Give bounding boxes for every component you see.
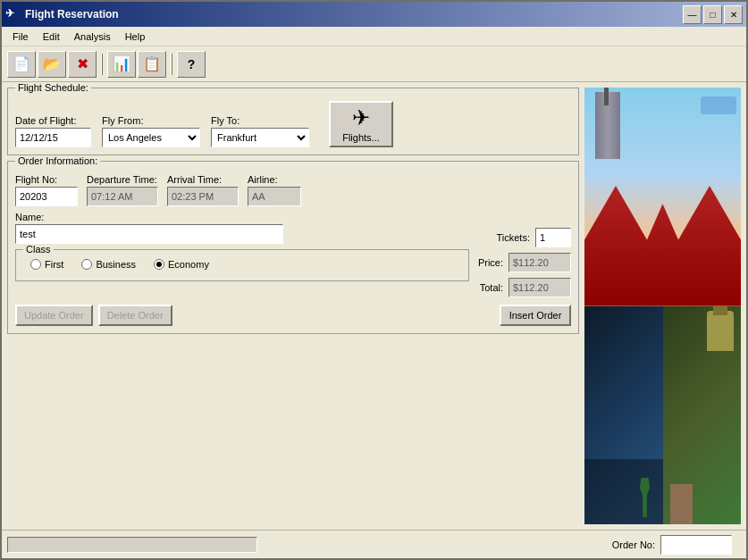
flight-schedule-group: Flight Schedule: Date of Flight: Fly Fro… xyxy=(7,88,579,155)
price-label: Price: xyxy=(478,257,503,268)
arrival-time-label: Arrival Time: xyxy=(167,174,239,185)
departure-time-label: Departure Time: xyxy=(87,174,158,185)
order-no-label: Order No: xyxy=(612,539,655,550)
toolbar-separator xyxy=(101,54,103,75)
fly-to-group: Fly To: Frankfurt London Paris Tokyo Syd… xyxy=(211,115,309,147)
arrival-time-input[interactable] xyxy=(167,187,239,206)
name-group: Name: xyxy=(15,212,469,244)
date-of-flight-group: Date of Flight: xyxy=(15,115,91,147)
image-panel xyxy=(584,88,741,524)
name-label: Name: xyxy=(15,212,469,222)
collage-bottom xyxy=(584,306,741,525)
order-no-input[interactable] xyxy=(660,535,732,555)
flight-no-input[interactable] xyxy=(15,187,78,206)
name-input[interactable] xyxy=(15,224,283,244)
flight-no-label: Flight No: xyxy=(15,174,78,185)
report-button[interactable]: 📋 xyxy=(138,51,166,78)
open-button[interactable]: 📂 xyxy=(38,51,66,78)
order-row-1: Flight No: Departure Time: Arrival Time:… xyxy=(15,174,571,206)
title-controls: — □ ✕ xyxy=(683,5,743,24)
total-row: Total: xyxy=(480,278,571,297)
status-bar: Order No: xyxy=(2,530,746,558)
radio-economy-label: Economy xyxy=(168,259,209,270)
toolbar: 📄 📂 ✖ 📊 📋 ? xyxy=(2,46,746,82)
fly-to-label: Fly To: xyxy=(211,115,309,126)
radio-circle-economy xyxy=(154,259,164,270)
collage-bottom-left xyxy=(584,306,663,525)
delete-button[interactable]: ✖ xyxy=(68,51,97,78)
title-bar: ✈ Flight Reservation — □ ✕ xyxy=(2,2,746,27)
radio-first-label: First xyxy=(45,259,63,270)
close-button[interactable]: ✕ xyxy=(724,5,743,24)
departure-time-input[interactable] xyxy=(87,187,158,206)
airline-group: Airline: xyxy=(248,174,301,206)
fly-from-select[interactable]: Los Angeles New York Chicago Dallas Miam… xyxy=(102,128,200,147)
radio-first[interactable]: First xyxy=(30,259,63,270)
menu-file[interactable]: File xyxy=(5,29,36,44)
insert-order-button[interactable]: Insert Order xyxy=(500,305,571,326)
flights-button[interactable]: ✈ Flights... xyxy=(329,101,393,147)
menu-bar: File Edit Analysis Help xyxy=(2,27,746,46)
order-no-section: Order No: xyxy=(612,535,732,555)
class-group: Class First Business xyxy=(15,249,469,281)
tickets-row: Tickets: xyxy=(497,228,572,247)
fly-to-select[interactable]: Frankfurt London Paris Tokyo Sydney xyxy=(211,128,309,147)
menu-edit[interactable]: Edit xyxy=(36,29,67,44)
flights-button-label: Flights... xyxy=(342,132,380,143)
collage-top xyxy=(584,88,741,306)
travel-collage xyxy=(584,88,741,524)
tickets-label: Tickets: xyxy=(497,232,531,243)
radio-economy[interactable]: Economy xyxy=(154,259,209,270)
fly-from-label: Fly From: xyxy=(102,115,200,126)
menu-analysis[interactable]: Analysis xyxy=(67,29,118,44)
action-buttons: Update Order Delete Order Insert Order xyxy=(15,305,571,326)
left-panel: Flight Schedule: Date of Flight: Fly Fro… xyxy=(7,88,579,524)
arrival-time-group: Arrival Time: xyxy=(167,174,239,206)
app-icon: ✈ xyxy=(5,7,20,21)
tickets-input[interactable] xyxy=(535,228,571,247)
radio-business[interactable]: Business xyxy=(81,259,136,270)
update-order-button[interactable]: Update Order xyxy=(15,305,93,326)
radio-business-label: Business xyxy=(96,259,136,270)
main-window: ✈ Flight Reservation — □ ✕ File Edit Ana… xyxy=(0,0,748,560)
fly-from-group: Fly From: Los Angeles New York Chicago D… xyxy=(102,115,200,147)
flight-schedule-label: Flight Schedule: xyxy=(15,82,91,93)
date-of-flight-input[interactable] xyxy=(15,128,91,147)
radio-circle-business xyxy=(81,259,92,270)
departure-time-group: Departure Time: xyxy=(87,174,158,206)
airline-input[interactable] xyxy=(248,187,301,206)
order-information-group: Order Information: Flight No: Departure … xyxy=(7,161,579,334)
pricing-section: Tickets: Price: Total: xyxy=(478,228,571,297)
collage-bottom-right xyxy=(663,306,742,525)
flights-plane-icon: ✈ xyxy=(352,105,370,130)
delete-order-button[interactable]: Delete Order xyxy=(98,305,172,326)
flight-schedule-content: Date of Flight: Fly From: Los Angeles Ne… xyxy=(15,101,571,147)
flight-no-group: Flight No: xyxy=(15,174,78,206)
total-label: Total: xyxy=(480,282,503,293)
new-button[interactable]: 📄 xyxy=(7,51,36,78)
radio-dot-economy xyxy=(156,262,162,267)
radio-circle-first xyxy=(30,259,41,270)
class-group-label: Class xyxy=(23,244,54,255)
menu-help[interactable]: Help xyxy=(118,29,153,44)
price-row: Price: xyxy=(478,253,571,272)
maximize-button[interactable]: □ xyxy=(703,5,722,24)
minimize-button[interactable]: — xyxy=(683,5,702,24)
toolbar-separator-2 xyxy=(171,54,172,75)
total-input[interactable] xyxy=(508,278,571,297)
status-progress-bar xyxy=(7,537,257,553)
price-input[interactable] xyxy=(508,253,571,272)
main-content: Flight Schedule: Date of Flight: Fly Fro… xyxy=(2,82,746,530)
left-action-buttons: Update Order Delete Order xyxy=(15,305,172,326)
airline-label: Airline: xyxy=(248,174,301,185)
help-button[interactable]: ? xyxy=(177,51,206,78)
name-tickets-section: Name: Class First xyxy=(15,212,469,281)
order-information-label: Order Information: xyxy=(15,155,100,166)
chart-button[interactable]: 📊 xyxy=(107,51,136,78)
class-options: First Business Eco xyxy=(23,255,461,273)
window-title: Flight Reservation xyxy=(25,8,119,21)
date-of-flight-label: Date of Flight: xyxy=(15,115,91,126)
title-bar-left: ✈ Flight Reservation xyxy=(5,7,119,21)
